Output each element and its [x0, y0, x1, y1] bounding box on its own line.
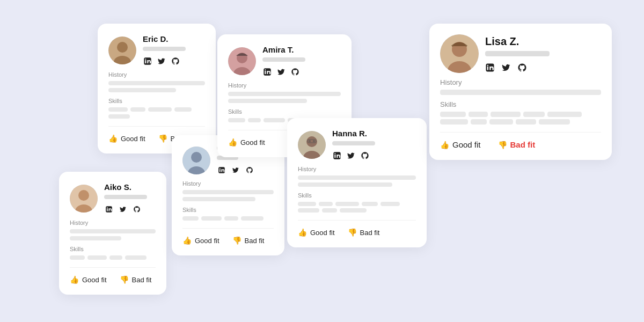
history-label-hanna: History	[298, 166, 416, 172]
card-header-aiko: Aiko S.	[70, 182, 156, 214]
social-icons-hanna	[332, 151, 375, 160]
skills-label-aiko: Skills	[70, 246, 156, 252]
skills-label-mid: Skills	[182, 207, 274, 213]
skill-chip	[108, 114, 130, 119]
good-fit-button-amira[interactable]: 👍Good fit	[228, 138, 265, 147]
card-eric: Eric D. History Skills 👍Good fit	[98, 24, 216, 153]
skill-chip	[539, 119, 570, 125]
linkedin-icon-amira[interactable]	[262, 67, 272, 77]
card-lisa: Lisa Z. History Skills	[429, 24, 612, 160]
good-fit-button-aiko[interactable]: 👍Good fit	[70, 275, 107, 284]
bad-fit-button-hanna[interactable]: 👎Bad fit	[348, 228, 380, 237]
twitter-icon-hanna[interactable]	[346, 151, 356, 160]
good-fit-button-eric[interactable]: 👍Good fit	[108, 134, 145, 143]
linkedin-icon-aiko[interactable]	[104, 204, 114, 214]
svg-rect-31	[334, 155, 335, 158]
history-bar2-hanna	[298, 182, 392, 187]
skill-chip	[335, 202, 359, 206]
card-header-eric: Eric D.	[108, 34, 205, 66]
avatar-mid	[182, 147, 210, 174]
history-bar2-eric	[108, 88, 176, 92]
skill-chip	[516, 119, 536, 125]
linkedin-icon-lisa[interactable]	[485, 63, 495, 72]
twitter-icon-mid[interactable]	[231, 165, 240, 175]
name-hanna: Hanna R.	[332, 129, 375, 138]
twitter-icon-lisa[interactable]	[501, 63, 511, 72]
svg-point-25	[306, 136, 317, 147]
github-icon-hanna[interactable]	[360, 151, 370, 160]
good-fit-button-lisa[interactable]: 👍Good fit	[440, 140, 481, 149]
name-area-aiko: Aiko S.	[104, 182, 147, 214]
github-icon-aiko[interactable]	[132, 204, 142, 214]
skills-label-amira: Skills	[228, 108, 341, 115]
skill-chip	[298, 208, 319, 213]
actions-hanna: 👍Good fit 👎Bad fit	[298, 228, 416, 237]
github-icon-eric[interactable]	[171, 56, 180, 66]
svg-point-32	[334, 153, 335, 154]
bad-fit-button-mid[interactable]: 👎Bad fit	[232, 236, 265, 245]
name-area-amira: Amira T.	[262, 45, 305, 77]
skill-chip	[224, 216, 238, 221]
card-header-hanna: Hanna R.	[298, 129, 416, 160]
good-fit-button-mid[interactable]: 👍Good fit	[182, 236, 219, 245]
skill-chip	[523, 112, 545, 117]
name-bar-aiko	[104, 195, 147, 199]
name-lisa: Lisa Z.	[485, 35, 550, 48]
skill-chip	[340, 208, 367, 213]
twitter-icon-aiko[interactable]	[118, 204, 128, 214]
github-icon-lisa[interactable]	[517, 63, 527, 72]
svg-rect-22	[265, 71, 266, 74]
skills-label-lisa: Skills	[440, 100, 601, 108]
social-icons-eric	[143, 56, 186, 66]
skill-chip	[148, 107, 172, 112]
avatar-eric	[108, 36, 136, 64]
skills-row1-mid	[182, 216, 274, 221]
actions-lisa: 👍Good fit 👎Bad fit	[440, 140, 601, 149]
svg-point-23	[265, 69, 266, 70]
actions-mid: 👍Good fit 👎Bad fit	[182, 236, 274, 245]
twitter-icon-amira[interactable]	[276, 67, 286, 77]
name-bar-lisa	[485, 51, 550, 56]
skill-chip	[380, 202, 400, 206]
skills-row1-hanna	[298, 202, 416, 206]
name-amira: Amira T.	[262, 45, 305, 54]
bad-fit-button-aiko[interactable]: 👎Bad fit	[120, 275, 152, 284]
divider-hanna	[298, 220, 416, 221]
history-bar1-aiko	[70, 229, 156, 233]
linkedin-icon-mid[interactable]	[217, 165, 226, 175]
skill-chip	[547, 112, 582, 117]
name-eric: Eric D.	[143, 34, 186, 43]
skills-row1-aiko	[70, 255, 156, 260]
github-icon-mid[interactable]	[245, 165, 254, 175]
card-header-lisa: Lisa Z.	[440, 34, 601, 73]
skill-chip	[469, 112, 488, 117]
history-bar2-amira	[228, 99, 307, 103]
name-bar-eric	[143, 47, 186, 51]
skill-chip	[87, 255, 107, 260]
bad-fit-button-lisa[interactable]: 👎Bad fit	[498, 140, 536, 149]
svg-rect-37	[487, 66, 488, 70]
linkedin-icon-hanna[interactable]	[332, 151, 342, 160]
avatar-hanna	[298, 131, 326, 159]
social-icons-mid	[217, 165, 254, 175]
skills-label-hanna: Skills	[298, 192, 416, 199]
linkedin-icon-eric[interactable]	[143, 56, 152, 66]
avatar-aiko	[70, 185, 98, 213]
divider-mid	[182, 228, 274, 229]
divider-eric	[108, 126, 205, 127]
name-aiko: Aiko S.	[104, 182, 147, 192]
twitter-icon-eric[interactable]	[157, 56, 166, 66]
skills-row1-eric	[108, 107, 205, 119]
history-bar1-amira	[228, 92, 341, 96]
skills-row2-hanna	[298, 208, 416, 213]
skill-chip	[264, 118, 285, 122]
svg-point-5	[145, 58, 146, 60]
skill-chip	[125, 255, 147, 260]
divider-aiko	[70, 267, 156, 268]
svg-point-13	[191, 152, 202, 163]
skill-chip	[489, 119, 513, 125]
github-icon-amira[interactable]	[290, 67, 300, 77]
skill-chip	[471, 119, 487, 125]
skill-chip	[130, 107, 145, 112]
good-fit-button-hanna[interactable]: 👍Good fit	[298, 228, 335, 237]
